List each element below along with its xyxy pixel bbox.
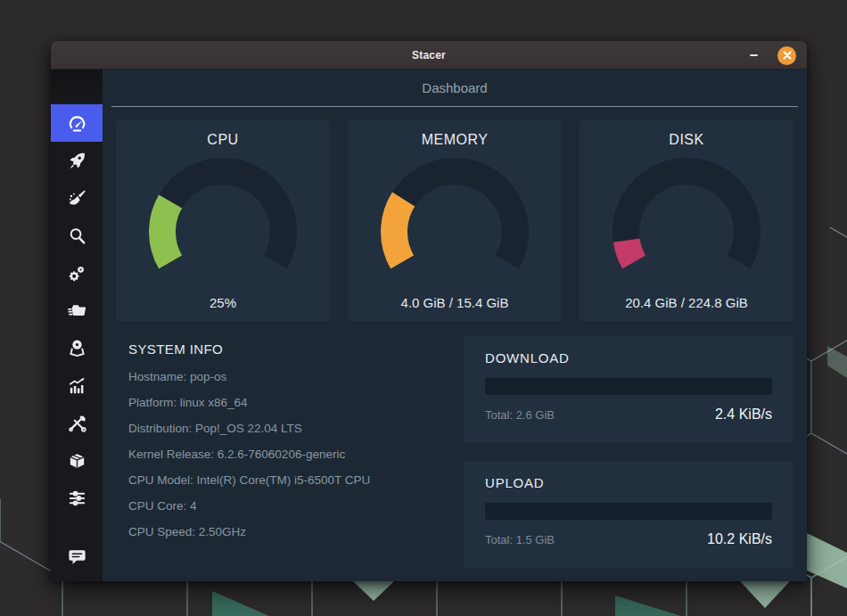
sliders-icon	[67, 488, 87, 508]
gears-icon	[67, 263, 87, 283]
download-title: DOWNLOAD	[485, 350, 772, 365]
upload-total: Total: 1.5 GiB	[485, 533, 555, 546]
sidebar-item-uninstaller[interactable]	[51, 329, 103, 366]
system-info-distribution: Distribution: Pop!_OS 22.04 LTS	[128, 415, 450, 441]
close-button[interactable]	[777, 46, 796, 65]
memory-gauge-title: MEMORY	[422, 132, 489, 148]
download-card: DOWNLOAD Total: 2.6 GiB 2.4 KiB/s	[464, 336, 794, 443]
sidebar-item-dashboard[interactable]	[51, 104, 103, 142]
download-progress-bar	[485, 377, 772, 395]
disk-gauge	[611, 156, 762, 275]
memory-gauge-value: 4.0 GiB / 15.4 GiB	[401, 295, 509, 310]
desktop: { "wallpaper": { "background": "#2d2b2c"…	[0, 0, 847, 616]
speedy-folder-icon	[67, 300, 87, 321]
page-title: Dashboard	[422, 80, 487, 95]
package-disc-icon	[67, 338, 87, 358]
system-info-panel: SYSTEM INFO Hostname: pop-os Platform: l…	[116, 336, 450, 568]
bar-chart-icon	[67, 375, 87, 396]
sidebar-item-startup-apps[interactable]	[51, 142, 103, 179]
gauge-row: CPU 25% MEMORY 4.0 GiB / 15.4 GiB	[116, 120, 794, 321]
memory-gauge	[379, 156, 530, 275]
memory-gauge-card: MEMORY 4.0 GiB / 15.4 GiB	[348, 120, 562, 321]
system-info-title: SYSTEM INFO	[128, 341, 450, 357]
disk-gauge-title: DISK	[669, 132, 703, 148]
system-info-cpu-model: CPU Model: Intel(R) Core(TM) i5-6500T CP…	[128, 467, 450, 493]
titlebar[interactable]: Stacer	[51, 41, 807, 70]
sidebar-item-settings[interactable]	[51, 479, 103, 516]
sidebar-item-apt-repository[interactable]	[51, 441, 103, 479]
disk-gauge-card: DISK 20.4 GiB / 224.8 GiB	[580, 120, 794, 321]
cpu-gauge	[147, 156, 299, 275]
system-info-kernel: Kernel Release: 6.2.6-76060206-generic	[128, 441, 450, 467]
download-total: Total: 2.6 GiB	[485, 408, 555, 422]
sidebar-item-services[interactable]	[51, 254, 103, 292]
sidebar-item-resources[interactable]	[51, 366, 103, 404]
disk-gauge-value: 20.4 GiB / 224.8 GiB	[625, 295, 748, 310]
sidebar-item-helpers[interactable]	[51, 404, 103, 441]
sidebar-item-search[interactable]	[51, 217, 103, 254]
system-info-hostname: Hostname: pop-os	[128, 364, 450, 390]
cpu-gauge-value: 25%	[210, 295, 236, 310]
main-content: Dashboard CPU 25% MEMORY	[103, 70, 807, 581]
download-speed: 2.4 KiB/s	[715, 407, 772, 423]
cpu-gauge-card: CPU 25%	[116, 120, 330, 321]
dashboard-gauge-icon	[67, 113, 87, 134]
sidebar-item-system-cleaner[interactable]	[51, 179, 103, 217]
sidebar	[51, 70, 103, 581]
page-header: Dashboard	[111, 70, 798, 107]
upload-progress-bar	[485, 502, 772, 520]
search-icon	[67, 226, 87, 246]
sidebar-item-processes[interactable]	[51, 292, 103, 329]
upload-card: UPLOAD Total: 1.5 GiB 10.2 KiB/s	[464, 461, 794, 568]
sidebar-item-feedback[interactable]	[51, 537, 103, 576]
system-info-cpu-speed: CPU Speed: 2.50GHz	[128, 519, 450, 545]
speech-bubble-icon	[67, 546, 87, 567]
system-info-cpu-core: CPU Core: 4	[128, 493, 450, 519]
window-title: Stacer	[412, 49, 446, 62]
minimize-icon	[750, 54, 758, 56]
system-info-platform: Platform: linux x86_64	[128, 390, 450, 415]
tools-icon	[67, 413, 87, 433]
box-icon	[67, 450, 87, 471]
cpu-gauge-title: CPU	[207, 132, 238, 148]
close-icon	[783, 51, 792, 60]
upload-title: UPLOAD	[485, 475, 772, 490]
upload-speed: 10.2 KiB/s	[707, 531, 772, 547]
rocket-icon	[67, 151, 87, 171]
stacer-window: Stacer	[51, 41, 807, 581]
broom-icon	[67, 188, 87, 209]
minimize-button[interactable]	[744, 45, 763, 65]
